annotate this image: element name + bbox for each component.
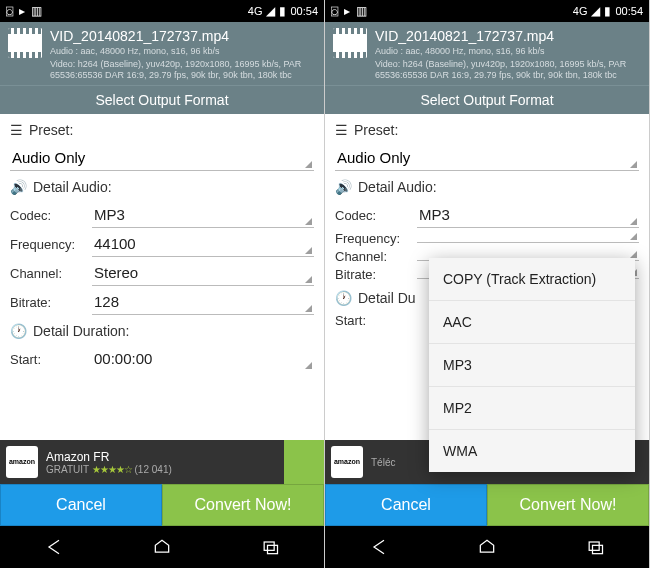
signal-icon: ◢ xyxy=(266,4,275,18)
channel-spinner[interactable]: Stereo xyxy=(92,260,314,286)
back-icon[interactable] xyxy=(42,537,66,557)
convert-button[interactable]: Convert Now! xyxy=(487,484,649,526)
battery-icon: ▮ xyxy=(604,4,611,18)
codec-label: Codec: xyxy=(335,208,417,223)
channel-label: Channel: xyxy=(10,266,92,281)
clock-icon: 🕐 xyxy=(10,323,27,339)
popup-option-mp2[interactable]: MP2 xyxy=(429,387,635,430)
svg-rect-0 xyxy=(264,542,274,550)
cancel-button[interactable]: Cancel xyxy=(325,484,487,526)
svg-rect-2 xyxy=(589,542,599,550)
svg-rect-3 xyxy=(593,545,603,553)
bars-icon: ▥ xyxy=(356,4,367,18)
video-meta: Video: h264 (Baseline), yuv420p, 1920x10… xyxy=(375,59,641,81)
detail-audio-section: 🔊 Detail Audio: xyxy=(325,171,649,199)
select-output-format-button[interactable]: Select Output Format xyxy=(325,85,649,114)
voicemail-icon: ⌼ xyxy=(331,4,338,18)
codec-spinner[interactable]: MP3 xyxy=(417,202,639,228)
filename: VID_20140821_172737.mp4 xyxy=(50,28,316,44)
video-meta: Video: h264 (Baseline), yuv420p, 1920x10… xyxy=(50,59,316,81)
film-icon xyxy=(8,28,42,58)
convert-button[interactable]: Convert Now! xyxy=(162,484,324,526)
status-bar: ⌼ ▸ ▥ 4G ◢ ▮ 00:54 xyxy=(325,0,649,22)
status-bar: ⌼ ▸ ▥ 4G ◢ ▮ 00:54 xyxy=(0,0,324,22)
bars-icon: ▥ xyxy=(31,4,42,18)
network-label: 4G xyxy=(573,5,588,17)
screen-left: ⌼ ▸ ▥ 4G ◢ ▮ 00:54 VID_20140821_172737.m… xyxy=(0,0,325,568)
filename: VID_20140821_172737.mp4 xyxy=(375,28,641,44)
popup-option-copy[interactable]: COPY (Track Extraction) xyxy=(429,258,635,301)
ad-logo: amazon xyxy=(331,446,363,478)
download-button[interactable] xyxy=(284,440,324,484)
select-output-format-button[interactable]: Select Output Format xyxy=(0,85,324,114)
detail-audio-section: 🔊 Detail Audio: xyxy=(0,171,324,199)
frequency-label: Frequency: xyxy=(335,231,417,246)
channel-label: Channel: xyxy=(335,249,417,264)
preset-section: ☰ Preset: xyxy=(0,114,324,142)
cancel-button[interactable]: Cancel xyxy=(0,484,162,526)
ad-banner[interactable]: amazon Amazon FR GRATUIT ★★★★☆ (12 041) xyxy=(0,440,324,484)
frequency-label: Frequency: xyxy=(10,237,92,252)
film-icon xyxy=(333,28,367,58)
android-nav-bar xyxy=(0,526,324,568)
audio-meta: Audio : aac, 48000 Hz, mono, s16, 96 kb/… xyxy=(50,46,316,57)
frequency-spinner[interactable] xyxy=(417,234,639,243)
signal-icon: ◢ xyxy=(591,4,600,18)
download-icon xyxy=(294,452,314,472)
network-label: 4G xyxy=(248,5,263,17)
bitrate-spinner[interactable]: 128 xyxy=(92,289,314,315)
file-header: VID_20140821_172737.mp4 Audio : aac, 480… xyxy=(325,22,649,85)
speaker-icon: 🔊 xyxy=(10,179,27,195)
home-icon[interactable] xyxy=(150,537,174,557)
start-label: Start: xyxy=(335,313,417,328)
list-icon: ☰ xyxy=(10,122,23,138)
ad-telecharger: Téléc xyxy=(371,457,395,468)
popup-option-aac[interactable]: AAC xyxy=(429,301,635,344)
play-icon: ▸ xyxy=(19,4,25,18)
recent-icon[interactable] xyxy=(583,537,607,557)
bitrate-label: Bitrate: xyxy=(335,267,417,282)
clock: 00:54 xyxy=(290,5,318,17)
codec-popup: COPY (Track Extraction) AAC MP3 MP2 WMA xyxy=(429,258,635,472)
preset-spinner[interactable]: Audio Only xyxy=(10,145,314,171)
frequency-spinner[interactable]: 44100 xyxy=(92,231,314,257)
speaker-icon: 🔊 xyxy=(335,179,352,195)
battery-icon: ▮ xyxy=(279,4,286,18)
start-value[interactable]: 00:00:00 xyxy=(92,346,314,371)
home-icon[interactable] xyxy=(475,537,499,557)
ad-logo: amazon xyxy=(6,446,38,478)
play-icon: ▸ xyxy=(344,4,350,18)
ad-subtitle: GRATUIT xyxy=(46,464,89,475)
preset-section: ☰ Preset: xyxy=(325,114,649,142)
bitrate-label: Bitrate: xyxy=(10,295,92,310)
list-icon: ☰ xyxy=(335,122,348,138)
popup-option-wma[interactable]: WMA xyxy=(429,430,635,472)
svg-rect-1 xyxy=(268,545,278,553)
recent-icon[interactable] xyxy=(258,537,282,557)
clock-icon: 🕐 xyxy=(335,290,352,306)
detail-duration-section: 🕐 Detail Duration: xyxy=(0,315,324,343)
ad-title: Amazon FR xyxy=(46,450,172,464)
audio-meta: Audio : aac, 48000 Hz, mono, s16, 96 kb/… xyxy=(375,46,641,57)
codec-spinner[interactable]: MP3 xyxy=(92,202,314,228)
codec-label: Codec: xyxy=(10,208,92,223)
star-rating-icon: ★★★★☆ xyxy=(92,464,132,475)
popup-option-mp3[interactable]: MP3 xyxy=(429,344,635,387)
ad-count: (12 041) xyxy=(135,464,172,475)
preset-spinner[interactable]: Audio Only xyxy=(335,145,639,171)
start-label: Start: xyxy=(10,352,92,367)
screen-right: ⌼ ▸ ▥ 4G ◢ ▮ 00:54 VID_20140821_172737.m… xyxy=(325,0,650,568)
file-header: VID_20140821_172737.mp4 Audio : aac, 480… xyxy=(0,22,324,85)
clock: 00:54 xyxy=(615,5,643,17)
back-icon[interactable] xyxy=(367,537,391,557)
android-nav-bar xyxy=(325,526,649,568)
voicemail-icon: ⌼ xyxy=(6,4,13,18)
